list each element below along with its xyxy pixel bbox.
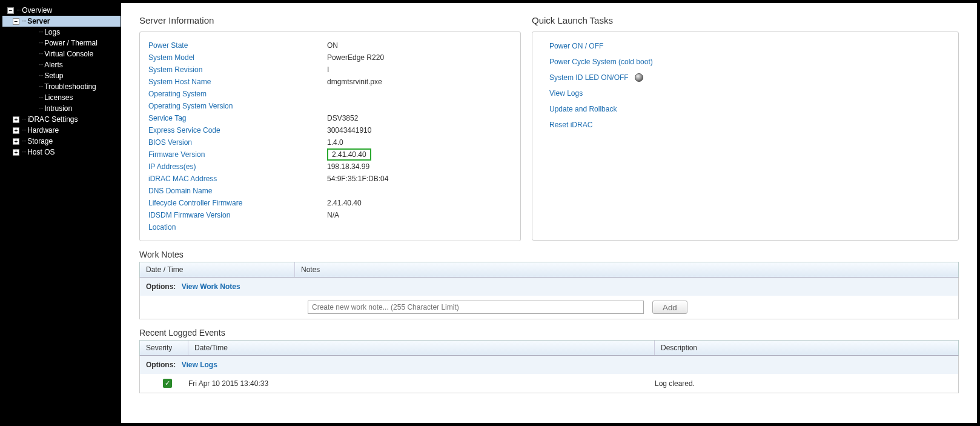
ok-check-icon: ✓ (163, 379, 172, 388)
work-note-input-row: Add (139, 296, 959, 319)
label-lifecycle-fw[interactable]: Lifecycle Controller Firmware (148, 199, 327, 207)
label-firmware-version[interactable]: Firmware Version (148, 150, 327, 159)
server-info-title: Server Information (139, 15, 521, 25)
ql-update-rollback[interactable]: Update and Rollback (549, 101, 941, 117)
ql-system-id-led[interactable]: System ID LED ON/OFF (549, 70, 941, 85)
ql-view-logs[interactable]: View Logs (549, 85, 941, 101)
value-firmware-version: 2.41.40.40 (327, 148, 371, 161)
main-content: Server Information Power StateON System … (121, 2, 978, 424)
events-options: Options: View Logs (139, 356, 959, 374)
add-note-button[interactable]: Add (652, 301, 687, 314)
label-ip-addresses[interactable]: IP Address(es) (148, 162, 327, 171)
nav-power-thermal[interactable]: ····Power / Thermal (2, 38, 121, 48)
value-system-revision: I (327, 65, 329, 74)
label-location[interactable]: Location (148, 223, 327, 231)
label-idsdm-fw[interactable]: IDSDM Firmware Version (148, 211, 327, 219)
col-notes: Notes (295, 262, 958, 277)
label-dns-domain[interactable]: DNS Domain Name (148, 187, 327, 195)
value-system-model: PowerEdge R220 (327, 53, 384, 62)
nav-host-os[interactable]: +····Host OS (2, 147, 121, 158)
label-system-revision[interactable]: System Revision (148, 65, 327, 74)
events-header: Severity Date/Time Description (139, 340, 959, 356)
nav-alerts[interactable]: ····Alerts (2, 59, 121, 70)
ql-power-cycle[interactable]: Power Cycle System (cold boot) (549, 54, 941, 70)
value-power-state: ON (327, 41, 338, 50)
ql-power-on-off[interactable]: Power ON / OFF (549, 38, 941, 54)
col-date-time: Date / Time (140, 262, 295, 277)
label-os-version[interactable]: Operating System Version (148, 102, 327, 110)
events-title: Recent Logged Events (139, 328, 959, 338)
label-service-tag[interactable]: Service Tag (148, 114, 327, 122)
nav-virtual-console[interactable]: ····Virtual Console (2, 48, 121, 59)
options-label: Options: (146, 282, 176, 291)
label-os[interactable]: Operating System (148, 90, 327, 98)
col-datetime: Date/Time (188, 341, 655, 355)
expand-icon[interactable]: + (13, 149, 19, 156)
ql-system-id-led-label: System ID LED ON/OFF (549, 73, 629, 82)
nav-setup[interactable]: ····Setup (2, 70, 121, 81)
expand-icon[interactable]: + (13, 116, 19, 123)
quick-launch-panel: Power ON / OFF Power Cycle System (cold … (532, 32, 959, 241)
ql-reset-idrac[interactable]: Reset iDRAC (549, 117, 941, 133)
work-notes-options: Options: View Work Notes (139, 278, 959, 296)
label-bios-version[interactable]: BIOS Version (148, 138, 327, 147)
value-lifecycle-fw: 2.41.40.40 (327, 199, 362, 207)
work-note-input[interactable] (308, 301, 644, 314)
server-info-panel: Power StateON System ModelPowerEdge R220… (139, 32, 521, 241)
value-idsdm-fw: N/A (327, 211, 339, 219)
nav-intrusion[interactable]: ····Intrusion (2, 103, 121, 114)
nav-idrac-settings[interactable]: +····iDRAC Settings (2, 114, 121, 125)
value-service-tag: DSV3852 (327, 114, 358, 122)
value-idrac-mac: 54:9F:35:1F:DB:04 (327, 175, 388, 183)
collapse-icon[interactable]: − (7, 7, 14, 14)
work-notes-header: Date / Time Notes (139, 262, 959, 278)
col-description: Description (655, 341, 958, 355)
nav-server[interactable]: − ···· Server (2, 16, 121, 27)
nav-storage[interactable]: +····Storage (2, 136, 121, 147)
label-express-code[interactable]: Express Service Code (148, 126, 327, 135)
label-power-state[interactable]: Power State (148, 41, 327, 50)
nav-hardware[interactable]: +····Hardware (2, 125, 121, 136)
label-system-model[interactable]: System Model (148, 53, 327, 62)
nav-troubleshooting[interactable]: ····Troubleshooting (2, 81, 121, 92)
value-ip-addresses: 198.18.34.99 (327, 162, 369, 171)
nav-tree: − ···· Overview − ···· Server ····Logs ·… (2, 2, 121, 424)
label-idrac-mac[interactable]: iDRAC MAC Address (148, 175, 327, 183)
work-notes-title: Work Notes (139, 250, 959, 259)
nav-overview[interactable]: − ···· Overview (2, 5, 121, 16)
event-row: ✓ Fri Apr 10 2015 13:40:33 Log cleared. (139, 374, 959, 393)
expand-icon[interactable]: + (13, 127, 19, 134)
event-description: Log cleared. (655, 379, 952, 388)
expand-icon[interactable]: + (13, 138, 19, 145)
value-host-name: dmgmtsrvinit.pxe (327, 78, 382, 86)
quick-launch-title: Quick Launch Tasks (532, 15, 959, 25)
event-datetime: Fri Apr 10 2015 13:40:33 (188, 379, 655, 388)
options-label: Options: (146, 361, 176, 369)
view-work-notes-link[interactable]: View Work Notes (182, 282, 240, 291)
col-severity: Severity (140, 341, 188, 355)
value-bios-version: 1.4.0 (327, 138, 343, 147)
value-express-code: 30043441910 (327, 126, 371, 135)
led-indicator-icon (635, 73, 643, 82)
collapse-icon[interactable]: − (13, 18, 19, 25)
view-logs-link[interactable]: View Logs (182, 361, 217, 369)
label-host-name[interactable]: System Host Name (148, 78, 327, 86)
nav-licenses[interactable]: ····Licenses (2, 92, 121, 103)
nav-logs[interactable]: ····Logs (2, 27, 121, 38)
